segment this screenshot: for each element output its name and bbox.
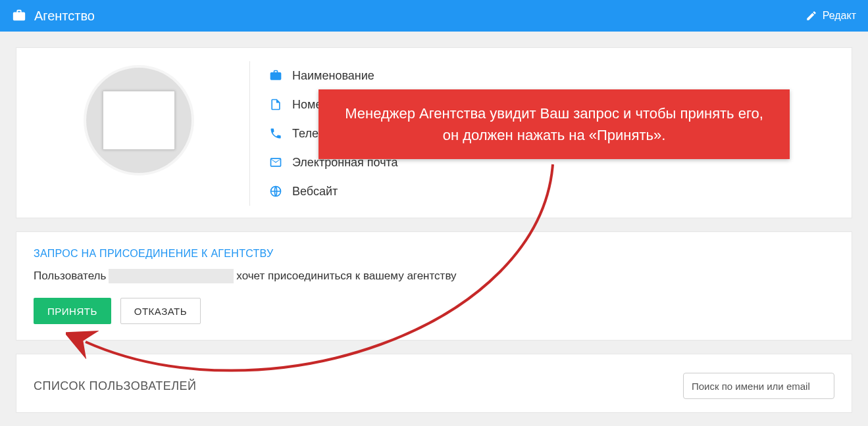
- phone-icon: [268, 127, 283, 140]
- accept-button[interactable]: ПРИНЯТЬ: [34, 298, 111, 324]
- content: Наименование Номер Телеф Электронная поч…: [0, 32, 868, 413]
- agency-avatar[interactable]: [84, 65, 194, 176]
- request-text-after: хочет присоединиться к вашему агентству: [236, 270, 456, 283]
- request-text-before: Пользователь: [34, 270, 106, 283]
- detail-name: Наименование: [268, 61, 834, 90]
- redacted-username: [109, 269, 234, 283]
- briefcase-icon: [268, 69, 283, 82]
- request-section-title: ЗАПРОС НА ПРИСОЕДИНЕНИЕ К АГЕНТСТВУ: [34, 248, 834, 260]
- detail-website: Вебсайт: [268, 177, 834, 206]
- document-icon: [268, 98, 283, 111]
- users-section-title: СПИСОК ПОЛЬЗОВАТЕЛЕЙ: [34, 379, 197, 393]
- annotation-callout: Менеджер Агентства увидит Ваш запрос и ч…: [319, 89, 790, 159]
- avatar-column: [34, 61, 244, 206]
- user-search-input[interactable]: [683, 373, 834, 399]
- detail-name-label: Наименование: [292, 69, 374, 83]
- edit-button[interactable]: Редакт: [805, 10, 856, 22]
- request-text: Пользователь хочет присоединиться к ваше…: [34, 269, 834, 283]
- pencil-icon: [805, 10, 817, 22]
- users-card: СПИСОК ПОЛЬЗОВАТЕЛЕЙ: [16, 354, 852, 413]
- edit-label: Редакт: [823, 10, 856, 22]
- globe-icon: [268, 185, 283, 198]
- join-request-card: ЗАПРОС НА ПРИСОЕДИНЕНИЕ К АГЕНТСТВУ Поль…: [16, 231, 852, 341]
- decline-button[interactable]: ОТКАЗАТЬ: [120, 298, 201, 324]
- header-left: Агентство: [12, 9, 95, 24]
- briefcase-icon: [12, 9, 26, 23]
- detail-website-label: Вебсайт: [292, 185, 338, 199]
- mail-icon: [268, 156, 283, 169]
- page-header: Агентство Редакт: [0, 0, 868, 32]
- page-title: Агентство: [34, 9, 95, 24]
- request-actions: ПРИНЯТЬ ОТКАЗАТЬ: [34, 298, 834, 324]
